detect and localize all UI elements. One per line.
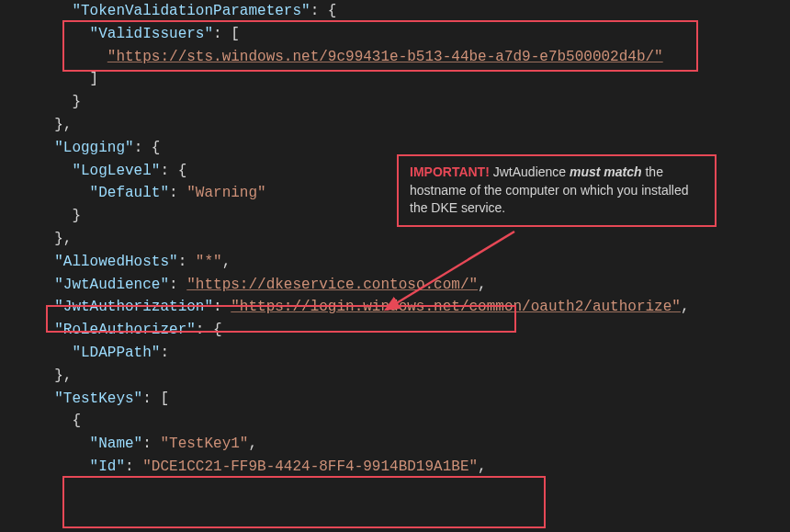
key-loglevel: "LogLevel" — [72, 163, 160, 179]
value-default-loglevel: "Warning" — [186, 185, 265, 201]
key-role-authorizer: "RoleAuthorizer" — [54, 322, 196, 338]
value-jwt-audience: "https://dkeservice.contoso.com/" — [186, 277, 478, 293]
key-name: "Name" — [90, 436, 143, 452]
value-testkey-id: "DCE1CC21-FF9B-4424-8FF4-9914BD19A1BE" — [142, 458, 478, 475]
key-jwt-authorization: "JwtAuthorization" — [54, 299, 213, 315]
key-id: "Id" — [90, 458, 125, 475]
callout-text1: JwtAudience — [490, 164, 570, 179]
key-token-validation: "TokenValidationParameters" — [72, 3, 310, 19]
value-testkey-name: "TestKey1" — [160, 436, 248, 452]
value-allowed-hosts: "*" — [196, 254, 222, 270]
value-valid-issuer-url: "https://sts.windows.net/9c99431e-b513-4… — [107, 49, 663, 65]
key-allowed-hosts: "AllowedHosts" — [54, 254, 177, 270]
key-test-keys: "TestKeys" — [54, 391, 142, 407]
callout-important-label: IMPORTANT! — [410, 164, 490, 179]
key-logging: "Logging" — [54, 140, 133, 156]
key-valid-issuers: "ValidIssuers" — [90, 26, 213, 42]
key-jwt-audience: "JwtAudience" — [54, 277, 169, 293]
code-editor-content[interactable]: "TokenValidationParameters": { "ValidIss… — [0, 0, 790, 479]
key-default: "Default" — [90, 185, 169, 201]
callout-jwtaudience: IMPORTANT! JwtAudience must match the ho… — [397, 154, 717, 227]
key-ldap-path: "LDAPPath" — [72, 345, 160, 361]
value-jwt-authorization: "https://login.windows.net/common/oauth2… — [231, 299, 681, 315]
annotation-box-testkeys — [62, 476, 546, 528]
callout-must-match: must match — [570, 164, 642, 179]
